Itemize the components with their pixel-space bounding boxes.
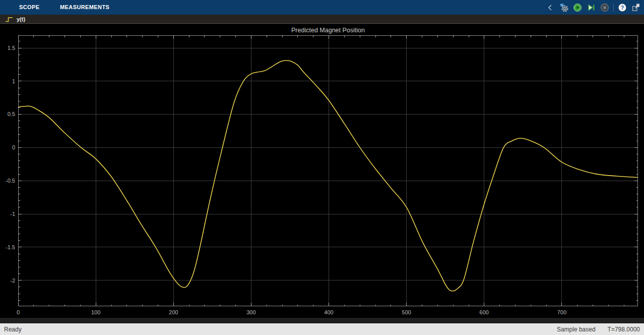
- tab-measurements[interactable]: MEASUREMENTS: [60, 0, 109, 15]
- svg-text:-1: -1: [10, 211, 15, 217]
- sim-time-text: T=798.0000: [608, 326, 640, 333]
- svg-text:0: 0: [17, 309, 20, 315]
- chevron-left-icon: [548, 4, 553, 11]
- svg-text:100: 100: [91, 309, 100, 315]
- step-signal-icon: [5, 16, 14, 22]
- signal-tab-label: y(t): [17, 16, 25, 22]
- svg-text:700: 700: [557, 309, 566, 315]
- svg-text:-2: -2: [10, 277, 15, 284]
- svg-text:400: 400: [324, 309, 333, 315]
- toolstrip: SCOPE MEASUREMENTS: [0, 0, 644, 15]
- step-forward-icon: [587, 3, 596, 12]
- popout-icon: [631, 3, 641, 12]
- stop-icon: [600, 3, 609, 12]
- plot-title: Predicted Magnet Position: [291, 27, 365, 34]
- svg-text:-0.5: -0.5: [6, 178, 15, 184]
- svg-text:1: 1: [12, 78, 15, 84]
- simulation-settings-button[interactable]: [559, 3, 569, 13]
- plot-canvas: 01002003004005006007001.510.50-0.5-1-1.5…: [0, 24, 644, 318]
- toolstrip-buttons: ?: [545, 0, 641, 15]
- svg-text:?: ?: [621, 5, 624, 11]
- run-button[interactable]: [572, 3, 583, 13]
- toolstrip-separator: [613, 4, 614, 12]
- signal-tabbar: y(t): [0, 15, 644, 24]
- svg-text:600: 600: [480, 309, 489, 315]
- signal-tab-yt[interactable]: y(t): [0, 15, 25, 24]
- svg-text:-1.5: -1.5: [6, 244, 15, 250]
- status-text: Ready: [0, 326, 22, 333]
- dock-scope-button[interactable]: [631, 3, 641, 13]
- play-icon: [573, 3, 582, 12]
- help-button[interactable]: ?: [617, 3, 627, 13]
- tab-scope[interactable]: SCOPE: [19, 0, 40, 15]
- svg-text:300: 300: [246, 309, 255, 315]
- help-icon: ?: [618, 3, 627, 12]
- scope-plot[interactable]: 01002003004005006007001.510.50-0.5-1-1.5…: [0, 24, 644, 318]
- svg-text:500: 500: [402, 309, 411, 315]
- step-forward-button[interactable]: [586, 3, 596, 13]
- canvas-bottom-strip: [0, 318, 644, 323]
- scope-window: SCOPE MEASUREMENTS: [0, 0, 644, 335]
- svg-text:0: 0: [12, 144, 15, 150]
- svg-text:1.5: 1.5: [8, 45, 15, 51]
- collapse-toolstrip-button[interactable]: [545, 3, 555, 13]
- stop-button[interactable]: [600, 3, 610, 13]
- sample-mode-text: Sample based: [557, 326, 596, 333]
- gear-icon: [559, 3, 569, 13]
- svg-text:200: 200: [169, 309, 178, 315]
- status-bar: Ready Sample based T=798.0000: [0, 323, 644, 335]
- svg-text:0.5: 0.5: [8, 111, 15, 117]
